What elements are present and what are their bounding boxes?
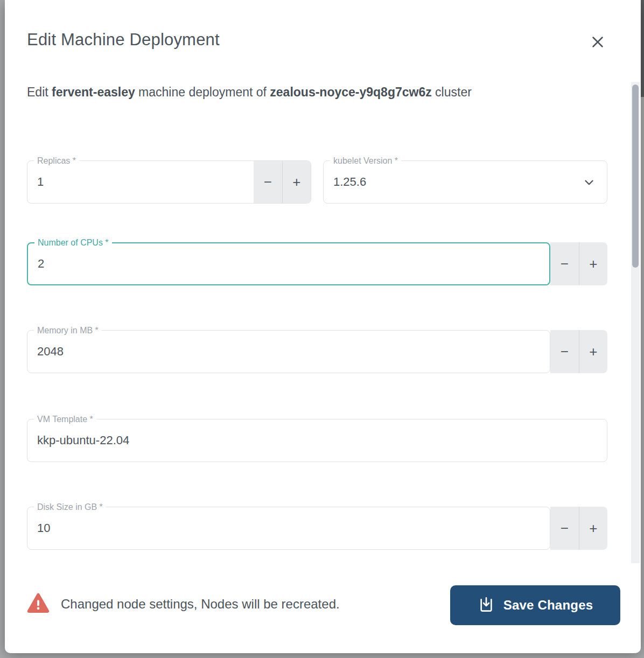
memory-increment-button[interactable]: + — [579, 330, 608, 373]
plus-icon: + — [292, 174, 300, 191]
background-text-fragment: n — [0, 260, 4, 285]
replicas-field: Replicas * 1 − + — [27, 160, 311, 204]
cpus-input[interactable]: 2 — [28, 243, 549, 284]
plus-icon: + — [589, 520, 597, 537]
memory-decrement-button[interactable]: − — [550, 330, 579, 373]
disk-size-increment-button[interactable]: + — [579, 507, 608, 550]
background-dark-strip — [641, 0, 644, 97]
cpus-decrement-button[interactable]: − — [550, 242, 579, 285]
scrollbar-track[interactable] — [631, 82, 640, 563]
minus-icon: − — [561, 344, 569, 360]
scrollbar-thumb[interactable] — [632, 85, 639, 268]
plus-icon: + — [589, 344, 597, 360]
minus-icon: − — [561, 520, 569, 537]
replicas-decrement-button[interactable]: − — [254, 161, 283, 203]
disk-size-field: Disk Size in GB * 10 — [27, 507, 550, 550]
disk-size-decrement-button[interactable]: − — [550, 507, 579, 550]
cpus-increment-button[interactable]: + — [579, 242, 608, 285]
replicas-increment-button[interactable]: + — [283, 161, 311, 203]
disk-size-stepper: − + — [550, 507, 607, 550]
kubelet-version-field[interactable]: kubelet Version * 1.25.6 — [323, 160, 607, 204]
disk-size-input[interactable]: 10 — [27, 507, 550, 549]
save-button-label: Save Changes — [503, 598, 593, 613]
memory-stepper: − + — [550, 330, 607, 373]
save-icon — [478, 597, 495, 614]
plus-icon: + — [589, 256, 597, 272]
vm-template-input[interactable]: kkp-ubuntu-22.04 — [27, 419, 607, 461]
cpus-stepper: − + — [550, 242, 607, 285]
warning-message: Changed node settings, Nodes will be rec… — [61, 597, 340, 612]
dialog-subtitle: Edit fervent-easley machine deployment o… — [27, 85, 598, 100]
cluster-name: zealous-noyce-y9q8g7cw6z — [270, 85, 431, 99]
memory-field: Memory in MB * 2048 — [27, 330, 550, 373]
close-icon — [590, 34, 606, 50]
memory-input[interactable]: 2048 — [27, 331, 550, 373]
minus-icon: − — [264, 174, 272, 191]
replicas-stepper: − + — [254, 161, 311, 203]
warning-icon — [27, 592, 50, 614]
chevron-down-icon — [582, 176, 596, 190]
cpus-field: Number of CPUs * 2 — [27, 242, 550, 285]
machine-deployment-name: fervent-easley — [52, 85, 135, 99]
close-button[interactable] — [586, 31, 609, 53]
edit-machine-deployment-dialog: Edit Machine Deployment Edit fervent-eas… — [5, 0, 641, 653]
minus-icon: − — [561, 256, 569, 272]
kubelet-version-select[interactable]: 1.25.6 — [324, 161, 607, 203]
vm-template-field: VM Template * kkp-ubuntu-22.04 — [27, 419, 607, 462]
dialog-title: Edit Machine Deployment — [27, 30, 220, 50]
save-changes-button[interactable]: Save Changes — [450, 585, 620, 625]
